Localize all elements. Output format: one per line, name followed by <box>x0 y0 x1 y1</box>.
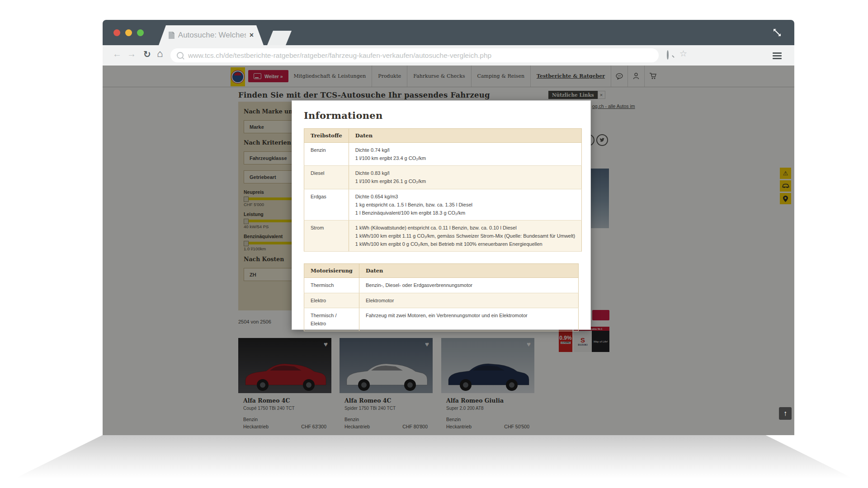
data-line: Dichte 0.654 kg/m3 <box>355 192 575 201</box>
floor-shadow <box>0 435 868 486</box>
page-icon <box>169 32 175 39</box>
row-label: Erdgas <box>304 189 349 220</box>
tab-title: Autosuche: Welches <box>178 31 246 40</box>
back-icon[interactable]: ← <box>113 49 122 59</box>
data-line: Benzin-, Diesel- oder Erdgasverbrennungs… <box>366 281 572 289</box>
tab-close-icon[interactable]: × <box>250 31 254 39</box>
informationen-modal: Informationen TreibstoffeDatenBenzinDich… <box>292 100 591 330</box>
data-line: Fahrzeug mit zwei Motoren, ein Verbrennu… <box>366 311 572 319</box>
data-line: 1 l/100 km ergibt 26.1 g CO₂/km <box>355 177 575 185</box>
zoom-icon[interactable] <box>667 51 669 59</box>
traffic-light-zoom-button[interactable] <box>137 29 144 36</box>
menu-icon[interactable] <box>773 52 782 59</box>
row-label: Elektro <box>304 293 359 308</box>
forward-icon[interactable]: → <box>127 49 136 59</box>
browser-tab[interactable]: Autosuche: Welches × <box>159 25 264 45</box>
table-header: Daten <box>359 264 579 278</box>
row-label: Strom <box>304 220 349 251</box>
row-data: Fahrzeug mit zwei Motoren, ein Verbrennu… <box>359 308 579 331</box>
fullscreen-icon[interactable] <box>772 27 783 38</box>
site-viewport: Weiter » Mitgliedschaft & LeistungenProd… <box>103 66 794 435</box>
info-table: TreibstoffeDatenBenzinDichte 0.74 kg/l1 … <box>304 128 582 252</box>
table-row: Strom1 kWh (Kilowattstunde) entspricht c… <box>304 220 582 251</box>
traffic-light-close-button[interactable] <box>113 29 120 36</box>
browser-toolbar: ← → ↻ ⌂ www.tcs.ch/de/testberichte-ratge… <box>103 45 794 66</box>
data-line: 1 l Benzinäquivalent/100 km ergibt 18.3 … <box>355 209 575 217</box>
scroll-to-top-button[interactable]: ↑ <box>779 407 792 420</box>
bookmark-star-icon[interactable]: ☆ <box>679 48 687 59</box>
row-data: Dichte 0.654 kg/m31 kg entspricht ca. 1.… <box>349 189 581 220</box>
info-table: MotorisierungDatenThermischBenzin-, Dies… <box>304 263 579 331</box>
row-label: Benzin <box>304 143 349 166</box>
stage: Autosuche: Welches × ← → ↻ ⌂ www.tcs.ch/… <box>0 0 868 488</box>
url-field[interactable]: www.tcs.ch/de/testberichte-ratgeber/ratg… <box>170 48 659 62</box>
data-line: Dichte 0.83 kg/l <box>355 169 575 177</box>
data-line: 1 kWh/100 km ergibt 0 g CO₂/km, bei Betr… <box>355 240 575 248</box>
row-label: Diesel <box>304 166 349 189</box>
traffic-light-minimize-button[interactable] <box>125 29 132 36</box>
table-row: ElektroElektromotor <box>304 293 579 308</box>
data-line: Elektromotor <box>366 296 572 305</box>
table-row: DieselDichte 0.83 kg/l1 l/100 km ergibt … <box>304 166 582 189</box>
row-data: 1 kWh (Kilowattstunde) entspricht ca. 0.… <box>349 220 581 251</box>
data-line: 1 kWh/100 km ergibt 1.11 g CO₂/km, gemäs… <box>355 232 575 240</box>
modal-tables: TreibstoffeDatenBenzinDichte 0.74 kg/l1 … <box>304 128 579 331</box>
row-data: Benzin-, Diesel- oder Erdgasverbrennungs… <box>359 278 579 293</box>
table-header: Motorisierung <box>304 264 359 278</box>
table-row: ErdgasDichte 0.654 kg/m31 kg entspricht … <box>304 189 582 220</box>
row-data: Dichte 0.74 kg/l1 l/100 km ergibt 23.4 g… <box>349 143 581 166</box>
search-icon <box>177 52 184 59</box>
table-row: ThermischBenzin-, Diesel- oder Erdgasver… <box>304 278 579 293</box>
data-line: 1 kg entspricht ca. 1.5 l Benzin, bzw. c… <box>355 201 575 209</box>
browser-tab-bar: Autosuche: Welches × <box>103 20 794 45</box>
data-line: 1 l/100 km ergibt 23.4 g CO₂/km <box>355 154 575 162</box>
row-data: Dichte 0.83 kg/l1 l/100 km ergibt 26.1 g… <box>349 166 581 189</box>
table-header: Treibstoffe <box>304 129 349 143</box>
data-line: Dichte 0.74 kg/l <box>355 146 575 154</box>
url-text: www.tcs.ch/de/testberichte-ratgeber/ratg… <box>188 52 491 60</box>
new-tab-button[interactable] <box>267 31 292 45</box>
table-row: Thermisch / ElektroFahrzeug mit zwei Mot… <box>304 308 579 331</box>
browser-window: Autosuche: Welches × ← → ↻ ⌂ www.tcs.ch/… <box>103 20 794 435</box>
row-data: Elektromotor <box>359 293 579 308</box>
row-label: Thermisch / Elektro <box>304 308 359 331</box>
modal-title: Informationen <box>304 110 579 121</box>
reload-icon[interactable]: ↻ <box>143 49 151 60</box>
table-header: Daten <box>349 129 581 143</box>
home-icon[interactable]: ⌂ <box>157 48 163 60</box>
data-line: 1 kWh (Kilowattstunde) entspricht ca. 0.… <box>355 224 575 232</box>
row-label: Thermisch <box>304 278 359 293</box>
table-row: BenzinDichte 0.74 kg/l1 l/100 km ergibt … <box>304 143 582 166</box>
